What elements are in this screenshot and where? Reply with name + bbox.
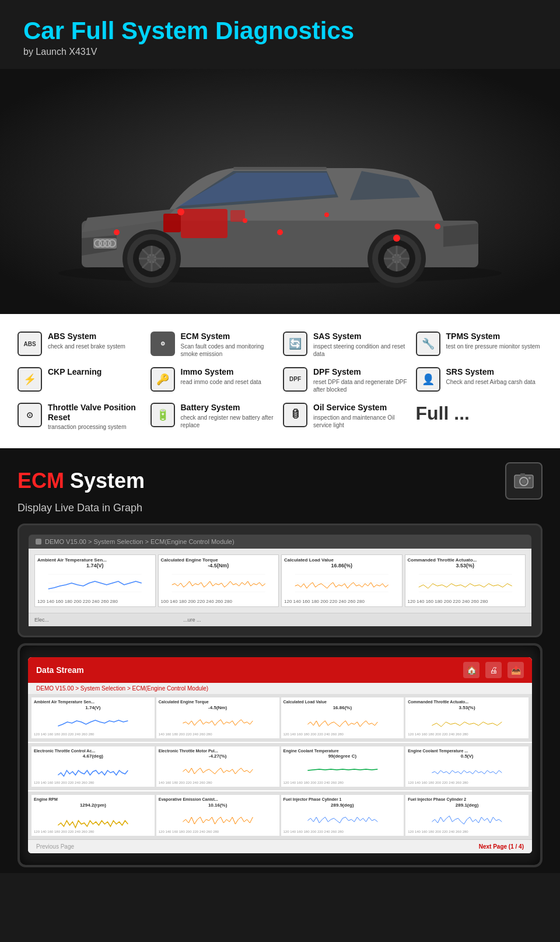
ckp-title: CKP Learning [48,367,102,377]
dpf-icon: DPF [283,367,307,392]
oil-icon: 🛢 [283,403,307,427]
throttle-desc: transaction processing system [48,423,145,431]
tablet-footer: Previous Page Next Page (1 / 4) [28,839,532,853]
oil-title: Oil Service System [313,403,410,413]
feature-abs: ABS ABS System check and reset brake sys… [18,332,145,358]
ecm-subtitle: Display Live Data in Graph [18,502,542,514]
tablet-prev-page[interactable]: Previous Page [36,843,74,850]
tpms-icon: 🔧 [416,332,440,356]
svg-point-27 [114,229,120,235]
big-screen-row2-hint: Elec... ...ure ... [29,613,531,626]
svg-rect-22 [163,214,181,232]
big-chart-4-svg [408,568,523,598]
feature-battery: 🔋 Battery System check and register new … [150,403,278,431]
tablet-screen: Data Stream 🏠 🖨 📤 DEMO V15.00 > System S… [28,657,532,853]
tpms-desc: test on tire pressure mionitor system [446,343,540,350]
header-section: Car Full System Diagnostics by Launch X4… [0,0,560,69]
battery-desc: check and register new battery after rep… [181,414,278,429]
t-chart-3: Calculated Load Value 16.86(%) 120 140 1… [281,697,404,738]
tablet-grid-row3: Engine RPM 1294.2(rpm) 120 140 160 180 2… [28,791,532,839]
abs-desc: check and reset brake system [48,343,125,350]
tablet-share-icon[interactable]: 📤 [508,662,524,678]
srs-title: SRS System [446,367,536,377]
ckp-icon: ⚡ [18,367,42,392]
svg-point-41 [528,477,531,479]
big-chart-1: Ambient Air Temperature Sen... 1.74(V) 1… [34,554,156,607]
feature-full: Full ... [416,403,543,431]
t-chart-11: Fuel Injector Phase Cylinder 1 289.9(deg… [281,795,404,835]
feature-ckp: ⚡ CKP Learning [18,367,145,393]
abs-icon: ABS [18,332,42,356]
battery-title: Battery System [181,403,278,413]
feature-throttle: ⊙ Throttle Valve Position Reset transact… [18,403,145,431]
feature-srs: 👤 SRS System Check and reset Airbag cars… [416,367,543,393]
svg-point-39 [522,479,526,484]
camera-icon [505,462,542,500]
big-chart-1-svg [37,568,153,598]
tablet-grid-row1: Ambient Air Temperature Sen... 1.74(V) 1… [28,694,532,741]
immo-title: Immo System [181,367,261,377]
tablet-icons: 🏠 🖨 📤 [463,662,524,678]
feature-tpms: 🔧 TPMS System test on tire pressure mion… [416,332,543,358]
svg-rect-21 [181,209,228,238]
ecm-title: ECM System [181,332,278,341]
tablet-title: Data Stream [36,665,84,675]
sas-icon: 🔄 [283,332,307,356]
big-chart-4: Commanded Throttle Actuato... 3.53(%) 12… [405,554,526,607]
tablet-print-icon[interactable]: 🖨 [485,662,502,678]
immo-icon: 🔑 [150,367,175,392]
ecm-section: ECM System Display Live Data in Graph DE… [0,448,560,873]
t-chart-8: Engine Coolant Temperature ... 0.5(V) 12… [405,746,528,787]
big-screen-breadcrumb: DEMO V15.00 > System Selection > ECM(Eng… [45,538,235,545]
svg-point-29 [243,218,247,223]
svg-point-24 [177,208,184,215]
big-chart-3-svg [284,568,400,598]
features-section: ABS ABS System check and reset brake sys… [0,314,560,448]
srs-icon: 👤 [416,367,440,392]
t-chart-4: Commanded Throttle Actuato... 3.53(%) 12… [405,697,528,738]
t-chart-2: Calculated Engine Torque -4.5(Nm) 140 16… [156,697,279,738]
dpf-title: DPF System [313,367,410,377]
feature-dpf: DPF DPF System reset DPF data and regene… [283,367,410,393]
tablet-next-page[interactable]: Next Page (1 / 4) [479,843,524,850]
full-label: Full ... [416,403,470,424]
svg-point-30 [324,212,329,217]
sas-desc: inspect steering condition and reset dat… [313,343,410,358]
ecm-title-row: ECM System [18,462,542,500]
svg-point-25 [393,235,400,242]
abs-title: ABS System [48,332,125,341]
svg-point-28 [435,224,440,229]
ecm-heading: ECM System [18,469,145,493]
tablet-breadcrumb: DEMO V15.00 > System Selection > ECM(Eng… [28,683,532,694]
tpms-title: TPMS System [446,332,540,341]
car-illustration [0,69,560,314]
car-image-section [0,69,560,314]
big-chart-2: Calculated Engine Torque -4.5(Nm) 100 14… [158,554,279,607]
big-screen-header: DEMO V15.00 > System Selection > ECM(Eng… [29,535,531,549]
big-screen-content: Ambient Air Temperature Sen... 1.74(V) 1… [29,549,531,613]
tablet-grid-row2: Electronic Throttle Control Ac... 4.67(d… [28,743,532,790]
feature-oil: 🛢 Oil Service System inspection and main… [283,403,410,431]
features-grid: ABS ABS System check and reset brake sys… [18,332,542,431]
battery-icon: 🔋 [150,403,175,427]
ecm-title-white: System [64,469,145,493]
srs-desc: Check and reset Airbag carsh data [446,378,536,386]
throttle-title: Throttle Valve Position Reset [48,403,145,423]
big-chart-2-svg [161,568,276,598]
tablet-home-icon[interactable]: 🏠 [463,662,480,678]
feature-sas: 🔄 SAS System inspect steering condition … [283,332,410,358]
dpf-desc: reset DPF data and regenerate DPF after … [313,378,410,393]
main-title: Car Full System Diagnostics [23,18,537,44]
svg-point-26 [277,229,283,235]
svg-rect-36 [233,167,327,170]
ecm-icon: ⚙ [150,332,175,356]
tablet-header: Data Stream 🏠 🖨 📤 [28,657,532,683]
svg-rect-40 [520,473,525,476]
tablet-device: Data Stream 🏠 🖨 📤 DEMO V15.00 > System S… [18,643,542,867]
sas-title: SAS System [313,332,410,341]
t-chart-5: Electronic Throttle Control Ac... 4.67(d… [32,746,155,787]
t-chart-10: Evaporative Emission Canist... 10.16(%) … [156,795,279,835]
t-chart-9: Engine RPM 1294.2(rpm) 120 140 160 180 2… [32,795,155,835]
t-chart-1: Ambient Air Temperature Sen... 1.74(V) 1… [32,697,155,738]
feature-ecm: ⚙ ECM System Scan fault codes and monito… [150,332,278,358]
